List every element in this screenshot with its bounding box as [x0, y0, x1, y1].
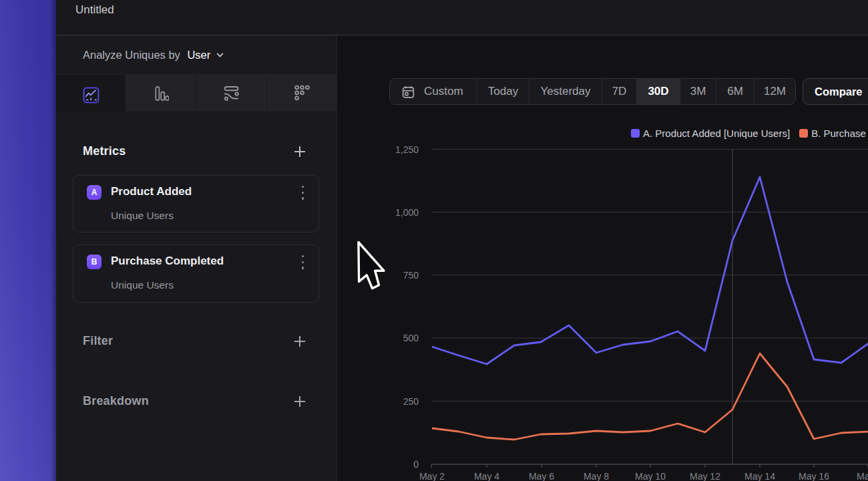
- svg-text:1,250: 1,250: [395, 144, 419, 155]
- svg-text:1,000: 1,000: [395, 207, 419, 218]
- svg-text:May 4: May 4: [474, 471, 499, 481]
- svg-text:May 18: May 18: [857, 471, 868, 481]
- svg-text:0: 0: [413, 459, 419, 470]
- svg-text:250: 250: [403, 396, 419, 407]
- svg-text:May 14: May 14: [744, 471, 775, 481]
- svg-text:May 12: May 12: [690, 471, 720, 481]
- svg-text:May 8: May 8: [584, 471, 609, 481]
- svg-text:May 6: May 6: [529, 471, 554, 481]
- svg-text:May 10: May 10: [635, 471, 666, 481]
- svg-text:500: 500: [403, 333, 419, 343]
- svg-text:May 2: May 2: [419, 471, 445, 481]
- svg-text:May 16: May 16: [799, 471, 829, 481]
- svg-text:750: 750: [403, 270, 419, 281]
